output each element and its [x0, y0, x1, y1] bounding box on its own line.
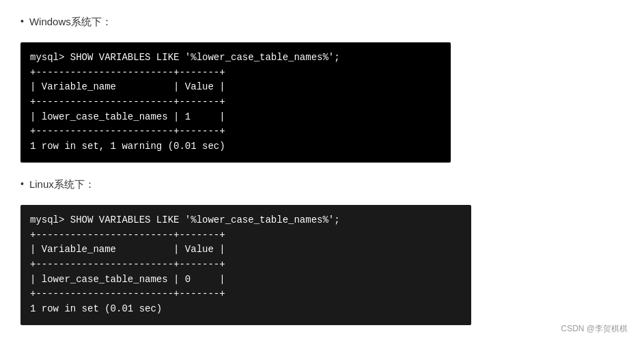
linux-terminal-line-3: +------------------------+-------+	[30, 259, 225, 270]
linux-terminal-line-2: | Variable_name | Value |	[30, 244, 225, 255]
linux-terminal-line-4: | lower_case_table_names | 0 |	[30, 274, 225, 285]
linux-terminal-line-6: 1 row in set (0.01 sec)	[30, 303, 162, 314]
windows-label: Windows系统下：	[29, 14, 112, 30]
linux-terminal-line-1: +------------------------+-------+	[30, 230, 225, 240]
linux-terminal: mysql> SHOW VARIABLES LIKE '%lower_case_…	[20, 205, 471, 325]
linux-terminal-line-0: mysql> SHOW VARIABLES LIKE '%lower_case_…	[30, 214, 340, 225]
windows-bullet: •	[20, 14, 24, 29]
windows-terminal: mysql> SHOW VARIABLES LIKE '%lower_case_…	[20, 42, 451, 163]
page-content: • Windows系统下： mysql> SHOW VARIABLES LIKE…	[20, 14, 624, 325]
windows-terminal-line-4: | lower_case_table_names | 1 |	[30, 111, 225, 122]
windows-terminal-line-6: 1 row in set, 1 warning (0.01 sec)	[30, 141, 225, 152]
windows-bullet-item: • Windows系统下：	[20, 14, 624, 36]
linux-bullet-item: • Linux系统下：	[20, 176, 624, 198]
linux-terminal-line-5: +------------------------+-------+	[30, 288, 225, 299]
windows-terminal-line-0: mysql> SHOW VARIABLES LIKE '%lower_case_…	[30, 52, 340, 63]
linux-bullet: •	[20, 176, 24, 191]
watermark: CSDN @李贺棋棋	[561, 323, 628, 335]
linux-section: • Linux系统下： mysql> SHOW VARIABLES LIKE '…	[20, 176, 624, 325]
windows-terminal-line-3: +------------------------+-------+	[30, 96, 225, 107]
windows-section: • Windows系统下： mysql> SHOW VARIABLES LIKE…	[20, 14, 624, 163]
windows-terminal-line-5: +------------------------+-------+	[30, 126, 225, 137]
windows-terminal-line-1: +------------------------+-------+	[30, 67, 225, 78]
windows-terminal-line-2: | Variable_name | Value |	[30, 81, 225, 92]
linux-label: Linux系统下：	[29, 176, 95, 193]
